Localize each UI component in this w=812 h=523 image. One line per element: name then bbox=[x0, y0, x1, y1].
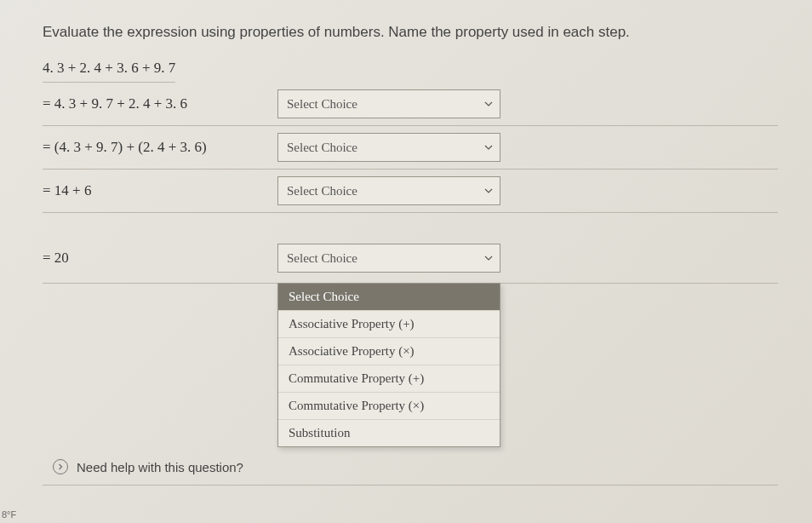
step-1-expression: = 4. 3 + 9. 7 + 2. 4 + 3. 6 bbox=[43, 95, 262, 112]
step-1-select[interactable]: Select Choice bbox=[277, 89, 500, 118]
step-4-select[interactable]: Select Choice bbox=[277, 244, 500, 273]
select-placeholder: Select Choice bbox=[287, 97, 357, 112]
temperature-badge: 8°F bbox=[2, 509, 16, 520]
initial-expression: 4. 3 + 2. 4 + 3. 6 + 9. 7 bbox=[43, 60, 175, 82]
dropdown-menu: Select Choice Associative Property (+) A… bbox=[277, 283, 500, 447]
step-3: = 14 + 6 Select Choice bbox=[43, 170, 778, 213]
step-2: = (4. 3 + 9. 7) + (2. 4 + 3. 6) Select C… bbox=[43, 126, 778, 170]
help-text: Need help with this question? bbox=[77, 460, 243, 474]
step-4: = 20 Select Choice Select Choice Associa… bbox=[43, 237, 778, 447]
chevron-down-icon bbox=[484, 143, 493, 152]
chevron-down-icon bbox=[484, 100, 493, 108]
select-placeholder: Select Choice bbox=[287, 251, 357, 266]
chevron-down-icon bbox=[484, 254, 493, 262]
spacer bbox=[43, 213, 778, 237]
select-placeholder: Select Choice bbox=[287, 141, 357, 155]
dropdown-option-assoc-plus[interactable]: Associative Property (+) bbox=[278, 310, 500, 337]
question-content: Evaluate the expression using properties… bbox=[0, 0, 812, 486]
dropdown-option-comm-plus[interactable]: Commutative Property (+) bbox=[278, 365, 500, 392]
chevron-right-icon bbox=[53, 459, 68, 474]
step-2-select[interactable]: Select Choice bbox=[277, 133, 500, 162]
dropdown-option-placeholder[interactable]: Select Choice bbox=[278, 284, 500, 310]
question-title: Evaluate the expression using properties… bbox=[43, 24, 778, 41]
step-2-expression: = (4. 3 + 9. 7) + (2. 4 + 3. 6) bbox=[43, 139, 262, 156]
step-3-select[interactable]: Select Choice bbox=[277, 176, 500, 205]
chevron-down-icon bbox=[484, 187, 493, 195]
initial-expression-wrap: 4. 3 + 2. 4 + 3. 6 + 9. 7 bbox=[43, 60, 175, 83]
help-row[interactable]: Need help with this question? bbox=[43, 451, 778, 486]
dropdown-option-comm-times[interactable]: Commutative Property (×) bbox=[278, 392, 500, 419]
step-4-expression: = 20 bbox=[43, 250, 262, 267]
dropdown-option-assoc-times[interactable]: Associative Property (×) bbox=[278, 337, 500, 365]
step-1: = 4. 3 + 9. 7 + 2. 4 + 3. 6 Select Choic… bbox=[43, 83, 778, 126]
select-placeholder: Select Choice bbox=[287, 184, 357, 198]
dropdown-option-substitution[interactable]: Substitution bbox=[278, 419, 500, 446]
step-3-expression: = 14 + 6 bbox=[43, 182, 262, 199]
